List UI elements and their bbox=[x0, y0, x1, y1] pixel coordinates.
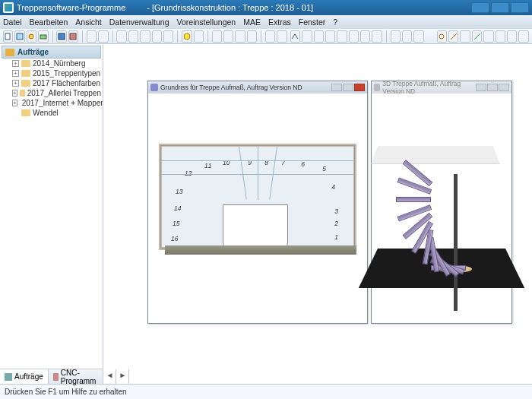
svg-line-9 bbox=[474, 33, 480, 40]
view-icon[interactable] bbox=[337, 30, 347, 43]
menu-extras[interactable]: Extras bbox=[268, 17, 291, 27]
close-button[interactable] bbox=[511, 2, 529, 13]
menu-help[interactable]: ? bbox=[333, 17, 337, 27]
draw-icon[interactable] bbox=[483, 30, 493, 43]
tool-icon[interactable] bbox=[235, 30, 245, 43]
folder-icon bbox=[21, 60, 30, 67]
tool-icon[interactable] bbox=[265, 30, 275, 43]
tree-item[interactable]: +2017_Allerlei Treppen bbox=[2, 88, 101, 98]
mdi-canvas[interactable]: Grundriss für Treppe Aufmaß, Auftrag Ver… bbox=[103, 44, 532, 384]
help-icon[interactable] bbox=[182, 30, 192, 43]
view-icon[interactable] bbox=[360, 30, 370, 43]
tab-label: Aufträge bbox=[14, 372, 43, 381]
tree-item[interactable]: Wendel bbox=[2, 108, 101, 118]
tree-item[interactable]: +2017 Flächenfarben bbox=[2, 78, 101, 88]
view-icon[interactable] bbox=[402, 30, 412, 43]
folder-icon bbox=[5, 373, 12, 381]
view-icon[interactable] bbox=[325, 30, 335, 43]
tool-icon[interactable] bbox=[14, 30, 24, 43]
tree-item[interactable]: +2015_Treppentypen bbox=[2, 68, 101, 78]
tool-icon[interactable] bbox=[247, 30, 257, 43]
view-icon[interactable] bbox=[372, 30, 382, 43]
close-icon[interactable] bbox=[354, 84, 365, 91]
plan-window-titlebar[interactable]: Grundriss für Treppe Aufmaß, Auftrag Ver… bbox=[148, 81, 367, 93]
draw-icon[interactable] bbox=[496, 30, 505, 43]
tab-cnc[interactable]: CNC-Programm bbox=[49, 369, 104, 384]
maximize-button[interactable] bbox=[491, 2, 509, 13]
tab-label: CNC-Programm bbox=[61, 369, 99, 385]
tool-icon[interactable] bbox=[163, 30, 173, 43]
folder-icon bbox=[21, 80, 30, 87]
min-icon[interactable] bbox=[476, 84, 486, 91]
view-icon[interactable] bbox=[314, 30, 324, 43]
view-icon[interactable] bbox=[349, 30, 359, 43]
tool-icon[interactable] bbox=[116, 30, 126, 43]
draw-icon[interactable] bbox=[472, 30, 482, 43]
expand-icon[interactable]: + bbox=[12, 70, 19, 77]
draw-icon[interactable] bbox=[460, 30, 470, 43]
menu-window[interactable]: Fenster bbox=[299, 17, 326, 27]
new-icon[interactable] bbox=[3, 30, 13, 43]
step-number: 1 bbox=[334, 233, 338, 241]
draw-icon[interactable] bbox=[437, 30, 447, 43]
tool-icon[interactable] bbox=[277, 30, 287, 43]
tab-next-icon[interactable]: ► bbox=[116, 369, 129, 384]
tool-icon[interactable] bbox=[140, 30, 150, 43]
tool-icon[interactable] bbox=[68, 30, 78, 43]
3d-window-title: 3D Treppe Aufmaß, Auftrag Version ND bbox=[382, 80, 476, 95]
menu-prefs[interactable]: Voreinstellungen bbox=[177, 17, 236, 27]
3d-window-titlebar[interactable]: 3D Treppe Aufmaß, Auftrag Version ND bbox=[372, 81, 511, 93]
menu-edit[interactable]: Bearbeiten bbox=[30, 17, 68, 27]
menu-file[interactable]: Datei bbox=[3, 17, 22, 27]
step-number: 11 bbox=[204, 162, 211, 169]
3d-window[interactable]: 3D Treppe Aufmaß, Auftrag Version ND bbox=[371, 81, 512, 324]
tool-icon[interactable] bbox=[27, 30, 36, 43]
stairwell-opening bbox=[223, 204, 288, 250]
menu-mae[interactable]: MAE bbox=[243, 17, 261, 27]
save-icon[interactable] bbox=[56, 30, 66, 43]
expand-icon[interactable]: + bbox=[12, 60, 19, 67]
expand-icon[interactable]: + bbox=[12, 90, 17, 97]
view-icon[interactable] bbox=[302, 30, 312, 43]
max-icon[interactable] bbox=[487, 84, 498, 91]
window-titlebar: Treppensoftware-Programme - [Grundrissko… bbox=[0, 0, 532, 15]
3d-viewport[interactable] bbox=[372, 93, 511, 323]
draw-icon[interactable] bbox=[518, 30, 528, 43]
tree-item[interactable]: +2017_Internet + Mappen bbox=[2, 98, 101, 108]
sidebar-tabs: Aufträge CNC-Programm ◄ ► bbox=[0, 369, 103, 384]
draw-icon[interactable] bbox=[507, 30, 517, 43]
stair-3d bbox=[414, 166, 483, 273]
expand-icon[interactable]: + bbox=[12, 100, 17, 106]
tool-icon[interactable] bbox=[152, 30, 162, 43]
min-icon[interactable] bbox=[331, 84, 342, 91]
step-number: 2 bbox=[334, 220, 338, 227]
minimize-button[interactable] bbox=[471, 2, 489, 13]
folder-icon bbox=[21, 70, 30, 77]
tool-icon[interactable] bbox=[194, 30, 204, 43]
tool-icon[interactable] bbox=[212, 30, 222, 43]
view-icon[interactable] bbox=[290, 30, 300, 43]
close-icon[interactable] bbox=[499, 84, 509, 91]
tab-orders[interactable]: Aufträge bbox=[0, 369, 49, 384]
view-icon[interactable] bbox=[413, 30, 423, 43]
tool-icon[interactable] bbox=[38, 30, 48, 43]
tool-icon[interactable] bbox=[128, 30, 138, 43]
tree-label: 2017 Flächenfarben bbox=[33, 79, 100, 87]
tool-icon[interactable] bbox=[98, 30, 108, 43]
step-number: 12 bbox=[185, 169, 192, 177]
tool-icon[interactable] bbox=[87, 30, 97, 43]
draw-icon[interactable] bbox=[448, 30, 458, 43]
menu-view[interactable]: Ansicht bbox=[75, 17, 101, 27]
menu-data[interactable]: Datenverwaltung bbox=[109, 17, 169, 27]
max-icon[interactable] bbox=[343, 84, 353, 91]
tree-root[interactable]: Aufträge bbox=[2, 46, 101, 59]
tree-label: 2017_Internet + Mappen bbox=[22, 99, 103, 107]
tab-prev-icon[interactable]: ◄ bbox=[103, 369, 116, 384]
expand-icon[interactable]: + bbox=[12, 80, 19, 87]
tool-icon[interactable] bbox=[223, 30, 233, 43]
tree-item[interactable]: +2014_Nürnberg bbox=[2, 59, 101, 68]
plan-window[interactable]: Grundriss für Treppe Aufmaß, Auftrag Ver… bbox=[147, 81, 368, 324]
app-icon bbox=[3, 2, 14, 13]
plan-viewport[interactable]: 1 2 3 4 5 6 7 8 9 10 11 12 13 14 bbox=[148, 93, 367, 323]
view-icon[interactable] bbox=[391, 30, 401, 43]
